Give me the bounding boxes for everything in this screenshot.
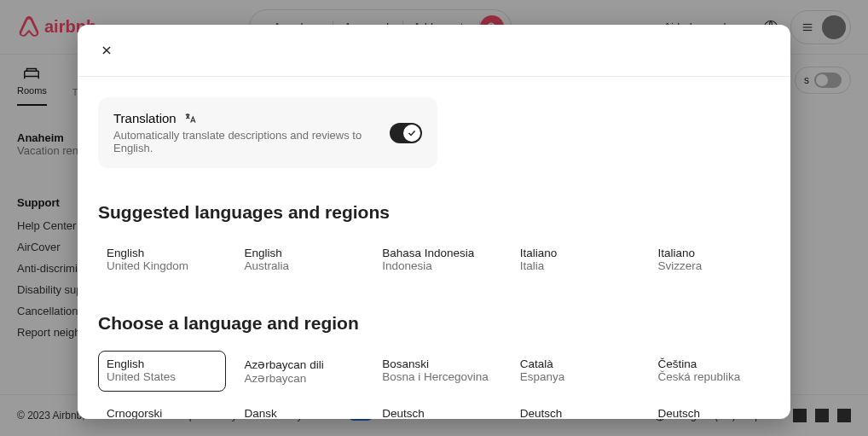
language-name: Italiano	[520, 247, 631, 259]
translation-desc: Automatically translate descriptions and…	[113, 129, 390, 154]
language-name: Català	[520, 358, 631, 370]
language-option[interactable]: EnglishAustralia	[236, 240, 364, 279]
language-modal: Translation Automatically translate desc…	[78, 25, 790, 419]
check-icon	[407, 128, 417, 138]
language-region: Espanya	[520, 370, 631, 383]
language-name: English	[245, 247, 356, 259]
language-option[interactable]: CrnogorskiCrna Gora	[98, 400, 226, 419]
language-option[interactable]: Bahasa IndonesiaIndonesia	[373, 240, 501, 279]
language-name: Crnogorski	[107, 407, 217, 419]
suggested-heading: Suggested languages and regions	[98, 202, 777, 223]
all-languages-grid: EnglishUnited StatesAzərbaycan diliAzərb…	[98, 351, 777, 419]
language-region: Česká republika	[657, 370, 768, 383]
close-button[interactable]	[95, 38, 119, 62]
language-option[interactable]: EnglishUnited Kingdom	[98, 240, 226, 279]
language-option[interactable]: ItalianoItalia	[512, 240, 639, 279]
translation-title: Translation	[113, 111, 176, 125]
language-region: United States	[107, 370, 217, 383]
suggested-languages-grid: EnglishUnited KingdomEnglishAustraliaBah…	[98, 240, 777, 279]
language-region: Svizzera	[657, 259, 768, 272]
language-name: Dansk	[245, 407, 356, 419]
translation-card: Translation Automatically translate desc…	[98, 97, 437, 168]
language-option[interactable]: Azərbaycan diliAzərbaycan	[236, 351, 364, 392]
language-option[interactable]: DeutschDeutschland	[373, 400, 501, 419]
language-name: Italiano	[657, 247, 768, 259]
language-region: Azərbaycan	[245, 371, 356, 385]
language-name: Azərbaycan dili	[245, 358, 356, 371]
language-option[interactable]: EnglishUnited States	[98, 351, 226, 392]
language-region: United Kingdom	[107, 259, 217, 272]
close-icon	[101, 44, 113, 56]
language-name: Deutsch	[657, 407, 768, 419]
language-option[interactable]: ČeštinaČeská republika	[649, 351, 777, 392]
language-name: English	[107, 358, 217, 370]
language-name: Čeština	[657, 358, 768, 370]
language-option[interactable]: DanskDanmark	[236, 400, 364, 419]
language-option[interactable]: ItalianoSvizzera	[649, 240, 777, 279]
language-option[interactable]: DeutschSchweiz	[649, 400, 777, 419]
language-region: Indonesia	[382, 259, 493, 272]
language-region: Australia	[245, 259, 356, 272]
language-option[interactable]: CatalàEspanya	[512, 351, 639, 392]
translation-toggle[interactable]	[390, 123, 422, 143]
language-name: Bosanski	[382, 358, 493, 370]
language-name: Deutsch	[382, 407, 493, 419]
translate-icon	[183, 112, 197, 125]
language-option[interactable]: BosanskiBosna i Hercegovina	[373, 351, 501, 392]
choose-heading: Choose a language and region	[98, 313, 777, 334]
language-name: English	[107, 247, 217, 259]
language-name: Bahasa Indonesia	[382, 247, 493, 259]
language-region: Italia	[520, 259, 631, 272]
language-region: Bosna i Hercegovina	[382, 370, 493, 383]
language-name: Deutsch	[520, 407, 631, 419]
language-option[interactable]: DeutschÖsterreich	[512, 400, 639, 419]
